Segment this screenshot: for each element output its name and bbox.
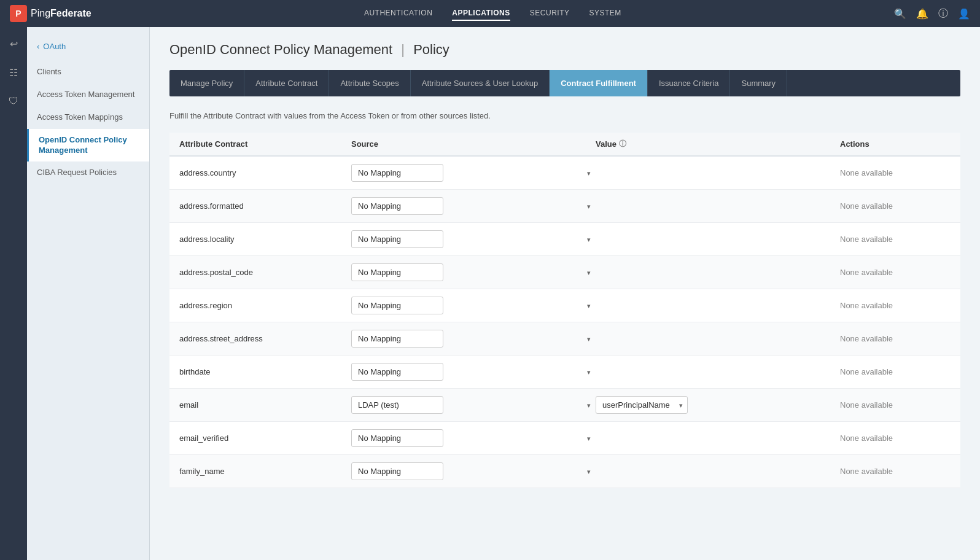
action-cell: None available — [840, 235, 951, 244]
attr-contract-name: address.country — [179, 168, 351, 177]
logo-icon: P — [10, 5, 27, 22]
notifications-icon[interactable]: 🔔 — [916, 8, 928, 20]
source-select[interactable]: No MappingLDAP (test) — [351, 230, 443, 248]
tab-attribute-scopes[interactable]: Attribute Scopes — [329, 70, 410, 96]
nav-icon-2[interactable]: ☷ — [6, 63, 21, 82]
table-row: address.countryNo MappingLDAP (test)None… — [169, 157, 960, 190]
attr-contract-name: birthdate — [179, 367, 351, 376]
sidebar-item-ciba-request-policies[interactable]: CIBA Request Policies — [27, 161, 149, 184]
table-row: address.localityNo MappingLDAP (test)Non… — [169, 223, 960, 256]
help-icon[interactable]: ⓘ — [938, 7, 948, 20]
sidebar-item-access-token-mappings[interactable]: Access Token Mappings — [27, 106, 149, 129]
value-help-icon[interactable]: ⓘ — [619, 139, 626, 149]
source-select[interactable]: No MappingLDAP (test) — [351, 330, 443, 348]
search-icon[interactable]: 🔍 — [894, 8, 906, 20]
action-cell: None available — [840, 268, 951, 277]
nav-links: AUTHENTICATIONAPPLICATIONSSECURITYSYSTEM — [111, 6, 874, 21]
tab-issuance-criteria[interactable]: Issuance Criteria — [648, 70, 731, 96]
attr-contract-name: address.formatted — [179, 201, 351, 211]
attr-contract-name: address.postal_code — [179, 268, 351, 277]
user-icon[interactable]: 👤 — [958, 8, 970, 20]
sidebar-icon-rail: ↩ ☷ 🛡 — [0, 27, 27, 560]
attr-contract-name: email_verified — [179, 434, 351, 443]
tab-manage-policy[interactable]: Manage Policy — [169, 70, 244, 96]
tab-attribute-sources---user-lookup[interactable]: Attribute Sources & User Lookup — [411, 70, 550, 96]
tab-contract-fulfillment[interactable]: Contract Fulfillment — [550, 70, 648, 96]
table-row: address.street_addressNo MappingLDAP (te… — [169, 322, 960, 356]
col-header-actions: Actions — [840, 139, 951, 149]
col-header-value: Value ⓘ — [596, 139, 840, 149]
attr-contract-name: address.street_address — [179, 334, 351, 343]
nav-icon-3[interactable]: 🛡 — [5, 92, 22, 111]
table-row: emailNo MappingLDAP (test)userPrincipalN… — [169, 389, 960, 422]
source-select[interactable]: No MappingLDAP (test) — [351, 462, 443, 480]
nav-link-authentication[interactable]: AUTHENTICATION — [364, 6, 432, 21]
action-cell: None available — [840, 367, 951, 376]
source-select[interactable]: No MappingLDAP (test) — [351, 297, 443, 314]
attr-contract-name: email — [179, 400, 351, 410]
table-row: address.formattedNo MappingLDAP (test)No… — [169, 190, 960, 223]
action-cell: None available — [840, 434, 951, 443]
table-row: address.regionNo MappingLDAP (test)None … — [169, 289, 960, 322]
source-select[interactable]: No MappingLDAP (test) — [351, 429, 443, 447]
source-select[interactable]: No MappingLDAP (test) — [351, 396, 443, 414]
table-header: Attribute ContractSourceValue ⓘActions — [169, 133, 960, 157]
table-row: address.postal_codeNo MappingLDAP (test)… — [169, 256, 960, 289]
source-select[interactable]: No MappingLDAP (test) — [351, 164, 443, 182]
table-row: email_verifiedNo MappingLDAP (test)None … — [169, 422, 960, 455]
top-navigation: P PingFederate AUTHENTICATIONAPPLICATION… — [0, 0, 980, 27]
nav-link-security[interactable]: SECURITY — [530, 6, 570, 21]
sidebar-back-label: OAuth — [43, 42, 66, 51]
sidebar-item-access-token-management[interactable]: Access Token Management — [27, 84, 149, 106]
tab-summary[interactable]: Summary — [730, 70, 787, 96]
layout: ↩ ☷ 🛡 ‹ OAuth ClientsAccess Token Manage… — [0, 27, 980, 560]
tab-bar: Manage PolicyAttribute ContractAttribute… — [169, 70, 960, 96]
attr-contract-name: address.region — [179, 301, 351, 310]
sidebar-item-openid-connect-policy-management[interactable]: OpenID Connect Policy Management — [27, 129, 149, 162]
nav-icon-1[interactable]: ↩ — [6, 34, 21, 53]
sidebar-back-button[interactable]: ‹ OAuth — [27, 37, 149, 56]
action-cell: None available — [840, 334, 951, 343]
action-cell: None available — [840, 467, 951, 476]
page-title: OpenID Connect Policy Management | Polic… — [169, 42, 960, 58]
nav-link-applications[interactable]: APPLICATIONS — [452, 6, 510, 21]
tab-attribute-contract[interactable]: Attribute Contract — [244, 70, 329, 96]
sidebar: ‹ OAuth ClientsAccess Token ManagementAc… — [27, 27, 150, 560]
attr-contract-name: address.locality — [179, 235, 351, 244]
sidebar-item-clients[interactable]: Clients — [27, 61, 149, 84]
main-content: OpenID Connect Policy Management | Polic… — [150, 27, 980, 560]
col-header-attribute-contract: Attribute Contract — [179, 139, 351, 149]
nav-link-system[interactable]: SYSTEM — [589, 6, 621, 21]
action-cell: None available — [840, 301, 951, 310]
action-cell: None available — [840, 400, 951, 410]
col-header-source: Source — [351, 139, 596, 149]
source-select[interactable]: No MappingLDAP (test) — [351, 263, 443, 281]
value-select[interactable]: userPrincipalNamemailsAMAccountName — [596, 396, 688, 414]
attribute-table: Attribute ContractSourceValue ⓘActions a… — [169, 133, 960, 488]
chevron-left-icon: ‹ — [37, 42, 39, 51]
nav-icons: 🔍 🔔 ⓘ 👤 — [894, 7, 970, 20]
source-select[interactable]: No MappingLDAP (test) — [351, 197, 443, 215]
source-select[interactable]: No MappingLDAP (test) — [351, 363, 443, 381]
table-row: birthdateNo MappingLDAP (test)None avail… — [169, 356, 960, 389]
logo: P PingFederate — [10, 5, 91, 22]
action-cell: None available — [840, 201, 951, 211]
page-description: Fulfill the Attribute Contract with valu… — [169, 111, 960, 120]
attr-contract-name: family_name — [179, 467, 351, 476]
logo-text: PingFederate — [31, 8, 91, 19]
action-cell: None available — [840, 168, 951, 177]
table-row: family_nameNo MappingLDAP (test)None ava… — [169, 455, 960, 488]
